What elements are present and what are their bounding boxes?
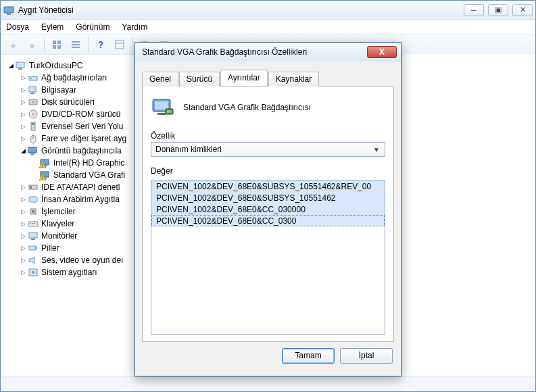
toolbar-sep (132, 37, 132, 52)
svg-rect-39 (30, 186, 32, 189)
expand-icon[interactable]: ▷ (18, 184, 28, 191)
svg-rect-1 (7, 14, 11, 15)
tree-item-label: DVD/CD-ROM sürücü (41, 109, 120, 119)
dialog-close-button[interactable]: X (367, 46, 397, 58)
titlebar: Aygıt Yöneticisi ─ ▣ ✕ (1, 1, 535, 20)
svg-rect-9 (116, 41, 124, 49)
list-item[interactable]: PCI\VEN_1002&DEV_68E0&SUBSYS_10551462 (151, 192, 385, 203)
tab-resources[interactable]: Kaynaklar (268, 72, 319, 87)
maximize-button[interactable]: ▣ (488, 4, 508, 16)
ok-button[interactable]: Tamam (282, 348, 335, 364)
menu-help[interactable]: Yardım (122, 22, 147, 32)
expand-icon[interactable]: ◢ (6, 62, 16, 69)
svg-rect-25 (32, 123, 34, 125)
toolbar-sep (88, 37, 89, 52)
expand-icon[interactable]: ▷ (18, 269, 28, 276)
minimize-button[interactable]: ─ (464, 4, 484, 16)
expand-icon[interactable]: ▷ (18, 208, 28, 215)
svg-rect-58 (167, 110, 172, 113)
net-icon (28, 72, 39, 83)
properties-dialog: Standard VGA Grafik Bağdaştırıcısı Özell… (135, 42, 401, 376)
svg-rect-6 (72, 41, 80, 43)
svg-marker-51 (29, 257, 34, 264)
expand-icon[interactable]: ▷ (18, 74, 28, 81)
usb-icon (28, 121, 39, 132)
svg-text:!: ! (42, 163, 43, 168)
dialog-titlebar: Standard VGA Grafik Bağdaştırıcısı Özell… (135, 43, 401, 62)
nav-fwd-button[interactable]: ⬦ (24, 36, 40, 53)
expand-icon[interactable]: ▷ (18, 87, 28, 93)
menu-action[interactable]: Eylem (41, 22, 64, 32)
property-combo[interactable]: Donanım kimlikleri ▼ (151, 142, 385, 157)
svg-rect-8 (72, 47, 80, 48)
svg-point-53 (32, 271, 34, 274)
display-adapter-icon (151, 95, 175, 120)
svg-rect-0 (4, 7, 14, 13)
svg-rect-5 (57, 45, 61, 49)
close-button[interactable]: ✕ (512, 4, 533, 16)
expand-icon[interactable]: ▷ (18, 99, 28, 105)
list-item[interactable]: PCI\VEN_1002&DEV_68E0&CC_030000 (151, 203, 385, 215)
svg-point-21 (32, 101, 34, 103)
expand-icon[interactable]: ▷ (18, 245, 28, 251)
tree-item-label: Intel(R) HD Graphic (53, 158, 124, 168)
cd-icon (28, 109, 39, 120)
tree-item-label: Sistem aygıtları (41, 268, 97, 277)
svg-rect-19 (30, 93, 34, 94)
svg-rect-44 (30, 223, 31, 224)
tab-driver[interactable]: Sürücü (179, 72, 220, 87)
svg-rect-46 (34, 223, 35, 224)
svg-rect-28 (28, 147, 36, 153)
svg-rect-16 (29, 76, 37, 80)
cpu-icon (28, 206, 39, 217)
svg-point-23 (32, 114, 34, 116)
toolbar-sep (44, 37, 45, 52)
tree-item-label: IDE ATA/ATAPI denetl (41, 182, 120, 192)
list-item[interactable]: PCI\VEN_1002&DEV_68E0&SUBSYS_10551462&RE… (151, 180, 385, 192)
display-icon (28, 145, 39, 156)
snd-icon (28, 255, 39, 266)
expand-icon[interactable]: ▷ (18, 123, 28, 130)
tree-root-label: TurkOrdusuPC (29, 61, 83, 70)
svg-rect-48 (31, 239, 35, 240)
expand-icon[interactable]: ▷ (18, 232, 28, 239)
help-button[interactable]: ? (93, 36, 109, 53)
tree-item-label: Piller (41, 243, 59, 253)
svg-rect-56 (157, 113, 166, 115)
tab-row: Genel Sürücü Ayrıntılar Kaynaklar (142, 70, 394, 86)
expand-icon[interactable]: ◢ (18, 147, 28, 154)
kb-icon (28, 218, 39, 229)
value-listbox[interactable]: PCI\VEN_1002&DEV_68E0&SUBSYS_10551462&RE… (151, 180, 385, 335)
tab-general[interactable]: Genel (142, 72, 178, 87)
list-item[interactable]: PCI\VEN_1002&DEV_68E0&CC_0300 (151, 215, 385, 226)
svg-rect-50 (36, 247, 37, 249)
mon-icon (28, 230, 39, 241)
property-combo-value: Donanım kimlikleri (155, 145, 222, 154)
expand-icon[interactable]: ▷ (18, 220, 28, 227)
expand-icon[interactable]: ▷ (18, 196, 28, 203)
svg-rect-40 (29, 197, 37, 202)
tree-item-label: İnsan Arabirim Aygıtla (41, 195, 120, 204)
svg-rect-14 (16, 62, 24, 68)
dialog-buttons: Tamam İptal (142, 342, 394, 369)
expand-icon[interactable]: ▷ (18, 111, 28, 118)
property-label: Özellik (151, 131, 385, 141)
svg-rect-18 (29, 87, 36, 92)
svg-rect-3 (57, 41, 61, 44)
expand-icon[interactable]: ▷ (18, 135, 28, 142)
view-grid-button[interactable] (49, 36, 65, 53)
svg-point-17 (30, 78, 32, 79)
dialog-body: Genel Sürücü Ayrıntılar Kaynaklar Standa… (135, 62, 401, 376)
expand-icon[interactable]: ▷ (18, 257, 28, 264)
svg-rect-43 (28, 222, 38, 226)
view-list-button[interactable] (68, 36, 84, 53)
nav-back-button[interactable]: ⬦ (5, 36, 21, 53)
menu-file[interactable]: Dosya (6, 22, 29, 32)
pc-icon (28, 84, 39, 95)
cancel-button[interactable]: İptal (340, 348, 393, 364)
view-details-button[interactable] (112, 36, 128, 53)
window-title: Aygıt Yöneticisi (18, 5, 464, 15)
app-icon (3, 5, 14, 16)
tab-details[interactable]: Ayrıntılar (220, 70, 268, 86)
menu-view[interactable]: Görünüm (76, 22, 109, 32)
